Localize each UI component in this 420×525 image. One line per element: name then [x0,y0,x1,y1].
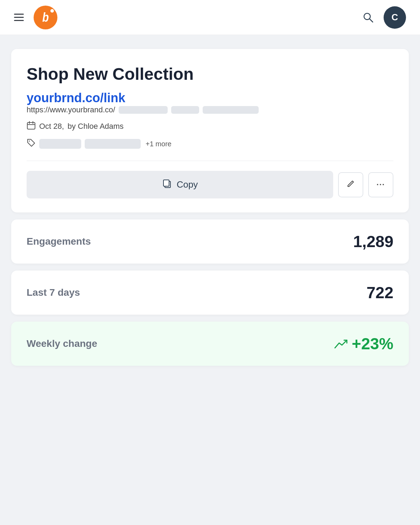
user-initial: C [392,12,398,23]
long-url-row: https://www.yourbrand.co/ [27,105,393,114]
tags-more-label: +1 more [146,140,172,148]
last7-value: 722 [366,283,393,302]
card-divider [27,161,393,161]
more-icon: ··· [377,180,385,189]
weekly-change-text: +23% [352,334,393,353]
url-skeleton-1 [119,106,168,114]
engagements-card: Engagements 1,289 [11,219,409,264]
tag-icon [27,138,36,149]
app-header: b C [0,0,420,35]
main-content: Shop New Collection yourbrnd.co/link htt… [0,35,420,380]
weekly-label: Weekly change [27,338,97,349]
link-author: by Chloe Adams [68,122,124,131]
last7-label: Last 7 days [27,287,80,298]
long-url-text: https://www.yourbrand.co/ [27,105,115,114]
engagements-value: 1,289 [353,232,393,251]
svg-rect-8 [163,180,169,186]
weekly-value: +23% [334,334,393,353]
calendar-icon [27,121,36,132]
svg-line-1 [370,19,373,22]
svg-rect-2 [27,122,35,129]
header-right: C [363,6,406,29]
more-button[interactable]: ··· [368,172,393,197]
url-skeleton-2 [171,106,199,114]
actions-row: Copy ··· [27,171,393,198]
link-card: Shop New Collection yourbrnd.co/link htt… [11,49,409,212]
tag-pill-2 [85,139,141,149]
logo-dot [50,9,54,13]
copy-icon [162,178,172,191]
link-date: Oct 28, [39,122,64,131]
short-url[interactable]: yourbrnd.co/link [27,91,125,105]
url-skeleton-3 [203,106,259,114]
weekly-change-card: Weekly change +23% [11,322,409,366]
copy-label: Copy [177,179,198,190]
menu-button[interactable] [14,14,24,21]
edit-button[interactable] [338,172,363,197]
engagements-label: Engagements [27,236,91,247]
link-title: Shop New Collection [27,64,393,84]
link-meta-row: Oct 28, by Chloe Adams [27,121,393,132]
copy-button[interactable]: Copy [27,171,333,198]
tag-pill-1 [39,139,81,149]
logo: b [34,6,57,29]
user-avatar[interactable]: C [384,6,406,29]
search-button[interactable] [363,12,374,23]
edit-icon [347,180,355,190]
logo-letter: b [42,11,49,24]
header-left: b [14,6,57,29]
last7-card: Last 7 days 722 [11,271,409,315]
trend-up-icon [334,338,348,349]
svg-point-6 [29,141,30,142]
tags-row: +1 more [27,138,393,149]
